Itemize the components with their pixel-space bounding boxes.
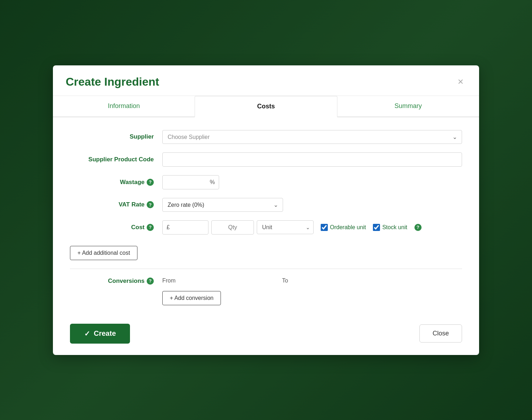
wastage-input[interactable] xyxy=(162,175,219,189)
vat-rate-select-wrapper: Zero rate (0%) Standard rate (20%) Reduc… xyxy=(162,198,283,212)
supplier-product-code-row: Supplier Product Code xyxy=(70,152,462,167)
close-button[interactable]: Close xyxy=(419,324,462,343)
cost-pound-wrap: £ xyxy=(162,220,208,235)
orderable-unit-checkbox-label[interactable]: Orderable unit xyxy=(321,224,366,231)
wastage-label: Wastage ? xyxy=(70,179,162,186)
supplier-product-code-input[interactable] xyxy=(162,152,462,167)
modal-header: Create Ingredient × xyxy=(53,65,479,96)
wastage-help-icon[interactable]: ? xyxy=(147,179,154,186)
cost-label: Cost ? xyxy=(70,224,162,231)
stock-unit-help-icon[interactable]: ? xyxy=(414,224,422,231)
conversions-from-label: From xyxy=(162,278,175,284)
checkbox-group: Orderable unit Stock unit ? xyxy=(321,224,422,231)
cost-qty-input[interactable] xyxy=(211,220,254,235)
vat-rate-select[interactable]: Zero rate (0%) Standard rate (20%) Reduc… xyxy=(162,198,283,212)
conversions-to-label: To xyxy=(282,278,288,284)
vat-rate-control: Zero rate (0%) Standard rate (20%) Reduc… xyxy=(162,198,462,212)
modal-body: Supplier Choose Supplier ⌄ Supplier Prod… xyxy=(53,117,479,317)
conversions-row: Conversions ? From To + Add conversion xyxy=(70,278,462,305)
add-cost-area: + Add additional cost xyxy=(70,243,462,260)
vat-rate-help-icon[interactable]: ? xyxy=(147,201,154,208)
wastage-row: Wastage ? % xyxy=(70,175,462,189)
wastage-input-wrap: % xyxy=(162,175,219,189)
unit-select-wrap: Unit ⌄ xyxy=(257,220,314,234)
supplier-select-wrapper: Choose Supplier ⌄ xyxy=(162,130,462,144)
checkmark-icon: ✓ xyxy=(84,329,90,338)
stock-unit-checkbox-label[interactable]: Stock unit xyxy=(373,224,407,231)
supplier-label: Supplier xyxy=(70,133,162,140)
supplier-select[interactable]: Choose Supplier xyxy=(162,130,462,144)
tab-costs[interactable]: Costs xyxy=(195,96,337,117)
supplier-product-code-control xyxy=(162,152,462,167)
conversions-help-icon[interactable]: ? xyxy=(147,278,154,285)
supplier-row: Supplier Choose Supplier ⌄ xyxy=(70,130,462,144)
vat-rate-label: VAT Rate ? xyxy=(70,201,162,208)
conversions-label: Conversions ? xyxy=(70,278,162,285)
cost-inputs: £ Unit ⌄ Orderable unit xyxy=(162,220,462,235)
supplier-product-code-label: Supplier Product Code xyxy=(70,156,162,163)
close-icon[interactable]: × xyxy=(455,75,466,88)
supplier-control: Choose Supplier ⌄ xyxy=(162,130,462,144)
cost-amount-input[interactable] xyxy=(162,220,208,235)
tabs-bar: Information Costs Summary xyxy=(53,96,479,117)
add-conversion-button[interactable]: + Add conversion xyxy=(162,291,221,305)
modal-title: Create Ingredient xyxy=(66,75,159,88)
divider xyxy=(70,269,462,269)
orderable-unit-checkbox[interactable] xyxy=(321,224,328,231)
conversions-content: From To + Add conversion xyxy=(162,278,462,305)
cost-help-icon[interactable]: ? xyxy=(147,224,154,231)
vat-rate-row: VAT Rate ? Zero rate (0%) Standard rate … xyxy=(70,198,462,212)
cost-row: Cost ? £ Unit ⌄ xyxy=(70,220,462,235)
stock-unit-checkbox[interactable] xyxy=(373,224,380,231)
conversions-header: From To xyxy=(162,278,462,284)
add-additional-cost-button[interactable]: + Add additional cost xyxy=(70,246,137,260)
modal-footer: ✓ Create Close xyxy=(53,317,479,355)
unit-select[interactable]: Unit xyxy=(257,220,314,234)
tab-information[interactable]: Information xyxy=(53,96,195,117)
create-button[interactable]: ✓ Create xyxy=(70,324,130,344)
tab-summary[interactable]: Summary xyxy=(337,96,479,117)
create-ingredient-modal: Create Ingredient × Information Costs Su… xyxy=(53,65,479,355)
wastage-control: % xyxy=(162,175,462,189)
